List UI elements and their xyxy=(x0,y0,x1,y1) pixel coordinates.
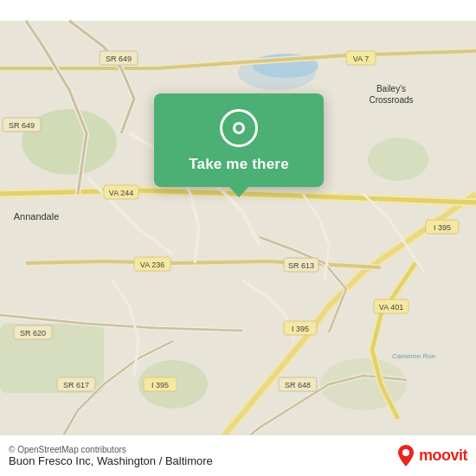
svg-text:Bailey's: Bailey's xyxy=(376,84,406,93)
svg-point-3 xyxy=(368,138,428,181)
svg-text:Annandale: Annandale xyxy=(14,211,60,222)
take-me-there-button[interactable]: Take me there xyxy=(189,156,289,173)
bottom-info: © OpenStreetMap contributors Buon Fresco… xyxy=(9,445,213,467)
copyright-text: © OpenStreetMap contributors xyxy=(9,445,213,454)
svg-text:VA 236: VA 236 xyxy=(140,261,164,269)
svg-text:Crossroads: Crossroads xyxy=(369,95,413,105)
location-pin-icon xyxy=(220,109,258,147)
map-container: SR 649 VA 7 SR 649 VA 244 I 395 SR 613 V… xyxy=(0,0,476,476)
svg-text:VA 401: VA 401 xyxy=(379,303,403,312)
svg-text:SR 620: SR 620 xyxy=(20,329,46,338)
svg-text:SR 648: SR 648 xyxy=(285,381,311,389)
svg-text:Cameron Run: Cameron Run xyxy=(392,352,435,360)
moovit-pin-icon xyxy=(396,444,415,468)
bottom-bar: © OpenStreetMap contributors Buon Fresco… xyxy=(0,434,476,476)
svg-text:SR 649: SR 649 xyxy=(9,121,35,130)
moovit-logo: moovit xyxy=(396,444,467,468)
svg-text:SR 649: SR 649 xyxy=(106,55,132,63)
svg-text:SR 617: SR 617 xyxy=(63,381,89,389)
svg-text:SR 613: SR 613 xyxy=(288,261,314,270)
location-name: Buon Fresco Inc, Washington / Baltimore xyxy=(9,454,213,467)
map-background: SR 649 VA 7 SR 649 VA 244 I 395 SR 613 V… xyxy=(0,0,476,476)
moovit-text: moovit xyxy=(419,447,467,465)
take-me-there-card[interactable]: Take me there xyxy=(154,93,324,187)
svg-point-38 xyxy=(402,449,409,456)
svg-text:VA 244: VA 244 xyxy=(109,189,133,197)
svg-text:VA 7: VA 7 xyxy=(353,55,369,63)
svg-text:I 395: I 395 xyxy=(292,325,309,333)
svg-text:I 395: I 395 xyxy=(151,381,169,389)
svg-text:I 395: I 395 xyxy=(434,223,451,232)
location-pin-inner xyxy=(233,122,245,134)
